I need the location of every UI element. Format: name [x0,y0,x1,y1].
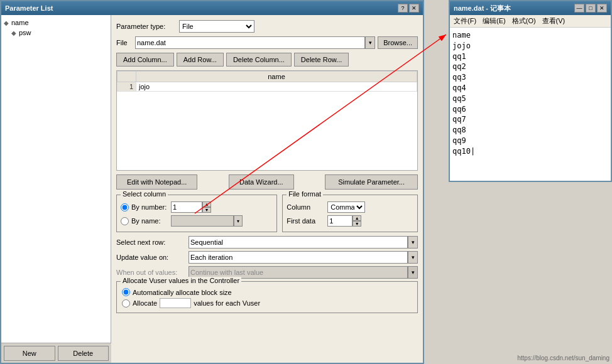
first-data-down-btn[interactable]: ▼ [352,221,361,227]
file-label: File [116,39,135,46]
select-next-dropdown-btn[interactable]: ▾ [408,236,418,249]
notepad-menu-view[interactable]: 查看(V) [541,16,567,26]
tree-arrow-icon: ◆ [4,19,9,26]
notepad-content[interactable]: name jojo qq1 qq2 qq3 qq4 qq5 qq6 qq7 qq… [450,28,611,181]
notepad-title-icons: — □ ✕ [574,4,607,13]
alloc-row: Allocate values for each Vuser [122,298,412,308]
data-wizard-button[interactable]: Data Wizard... [229,174,294,190]
close-icon-btn[interactable]: ✕ [409,4,419,13]
tree-panel: ◆ name ◆ psw New Delete [1,15,111,363]
by-name-radio-label[interactable]: By name: [121,217,171,225]
param-type-row: Parameter type: File [116,20,418,33]
param-type-label: Parameter type: [116,23,179,30]
edit-notepad-button[interactable]: Edit with Notepad... [116,174,197,190]
add-column-button[interactable]: Add Column... [116,53,174,67]
first-data-spin: ▲ ▼ [327,215,361,227]
by-number-label: By number: [131,203,167,211]
update-value-input[interactable] [189,251,408,264]
notepad-title-bar: name.dat - 记事本 — □ ✕ [450,1,611,15]
by-number-radio[interactable] [121,203,129,211]
update-value-label: Update value on: [116,254,189,261]
column-select[interactable]: Comma [327,201,365,213]
notepad-line-9: qq8 [452,125,608,136]
tree-arrow-icon2: ◆ [11,29,16,36]
add-row-button[interactable]: Add Row... [177,53,224,67]
select-next-row: Select next row: ▾ [116,236,418,249]
row-name-cell[interactable]: jojo [136,82,417,92]
by-number-down-btn[interactable]: ▼ [202,207,211,213]
by-name-combo-wrap: ▾ [171,215,243,227]
allocate-group: Allocate Vuser values in the Controller … [116,281,418,313]
by-number-radio-label[interactable]: By number: [121,203,171,211]
browse-button[interactable]: Browse... [378,36,418,49]
tree-item-psw-label: psw [19,29,31,36]
param-body: ◆ name ◆ psw New Delete Parameter type: … [1,15,423,363]
table-row[interactable]: 1 jojo [117,82,417,92]
update-value-combo-wrap: ▾ [189,251,418,264]
column-row: Column Comma [287,201,413,213]
file-dropdown-btn[interactable]: ▾ [365,36,375,49]
param-title-bar: Parameter List ? ✕ [1,1,423,15]
delete-column-button[interactable]: Delete Column... [226,53,292,67]
tree-item-psw[interactable]: ◆ psw [4,28,108,38]
by-number-spin: ▲ ▼ [171,201,211,213]
by-number-input[interactable] [171,201,202,213]
select-column-group: Select column By number: ▲ ▼ [116,195,277,232]
by-name-dropdown-btn[interactable]: ▾ [234,215,243,227]
column-label: Column [287,203,327,211]
notepad-line-3: qq2 [452,62,608,72]
auto-alloc-label[interactable]: Automatically allocate block size [122,288,232,296]
notepad-line-6: qq5 [452,94,608,104]
delete-button[interactable]: Delete [58,346,109,361]
file-format-group: File format Column Comma First data [282,195,418,232]
notepad-close-btn[interactable]: ✕ [597,4,607,13]
help-icon-btn[interactable]: ? [398,4,408,13]
tree-item-name[interactable]: ◆ name [4,18,108,28]
auto-alloc-radio[interactable] [122,288,130,296]
notepad-menubar: 文件(F) 编辑(E) 格式(O) 查看(V) [450,15,611,28]
when-out-dropdown-btn[interactable]: ▾ [408,266,418,279]
by-number-up-btn[interactable]: ▲ [202,201,211,207]
notepad-minimize-btn[interactable]: — [574,4,584,13]
alloc-radio[interactable] [122,299,130,308]
by-name-label: By name: [131,217,160,225]
data-table-wrap: name 1 jojo [116,70,418,171]
notepad-menu-edit[interactable]: 编辑(E) [481,16,507,26]
row-num-header [117,72,136,82]
file-row: File ▾ Browse... [116,36,418,49]
select-column-group-label: Select column [121,190,168,198]
alloc-value-input[interactable] [160,298,191,308]
auto-alloc-text: Automatically allocate block size [133,289,232,296]
notepad-maximize-btn[interactable]: □ [586,4,596,13]
first-data-row: First data ▲ ▼ [287,215,413,227]
simulate-button[interactable]: Simulate Parameter... [325,174,418,190]
file-input[interactable] [135,36,365,49]
select-next-input[interactable] [189,236,408,249]
new-button[interactable]: New [4,346,55,361]
by-number-row: By number: ▲ ▼ [121,201,273,213]
notepad-menu-format[interactable]: 格式(O) [511,16,537,26]
values-for-each-label: values for each Vuser [194,299,260,307]
by-name-input[interactable] [171,215,234,227]
main-panel: Parameter type: File File ▾ Browse... Ad… [111,15,423,363]
delete-row-button[interactable]: Delete Row... [294,53,349,67]
param-type-select[interactable]: File [179,20,254,33]
alloc-text: Allocate [133,299,157,307]
by-number-spin-btns: ▲ ▼ [202,201,211,213]
first-data-spin-btns: ▲ ▼ [352,215,361,227]
first-data-input[interactable] [327,215,352,227]
watermark: https://blog.csdn.net/sun_daming [517,355,609,361]
title-icon-group: ? ✕ [398,4,419,13]
update-value-dropdown-btn[interactable]: ▾ [408,251,418,264]
notepad-menu-file[interactable]: 文件(F) [452,16,478,26]
auto-alloc-row: Automatically allocate block size [122,288,412,296]
notepad-line-8: qq7 [452,114,608,125]
file-input-wrap: ▾ [135,36,375,49]
update-value-row: Update value on: ▾ [116,251,418,264]
alloc-label[interactable]: Allocate [122,299,157,308]
by-name-radio[interactable] [121,217,129,225]
first-data-label: First data [287,217,327,225]
first-data-up-btn[interactable]: ▲ [352,215,361,221]
notepad-title: name.dat - 记事本 [454,4,511,13]
notepad-window: name.dat - 记事本 — □ ✕ 文件(F) 编辑(E) 格式(O) 查… [449,0,612,182]
